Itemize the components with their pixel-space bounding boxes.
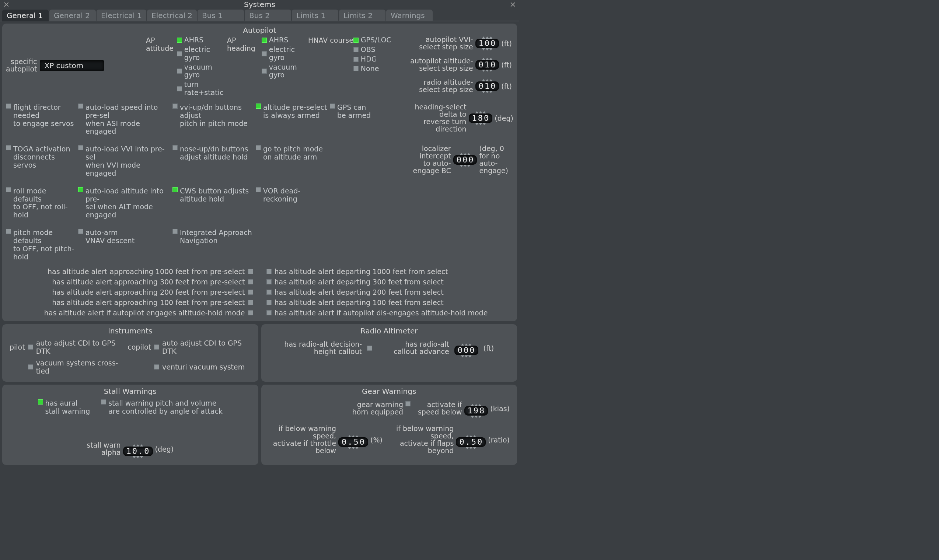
chevron-down-icon[interactable] — [133, 456, 136, 458]
close-icon[interactable]: × — [2, 0, 11, 9]
checkbox[interactable] — [172, 145, 178, 150]
chevron-down-icon[interactable] — [348, 447, 351, 449]
checkbox[interactable] — [101, 399, 106, 405]
checkbox[interactable] — [330, 103, 335, 109]
chevron-down-icon[interactable] — [463, 165, 467, 167]
number-spinner[interactable]: 198 — [464, 404, 488, 418]
checkbox[interactable] — [38, 399, 43, 405]
checkbox[interactable] — [248, 279, 253, 285]
checkbox[interactable] — [266, 279, 272, 285]
tab-general-2[interactable]: General 2 — [49, 9, 96, 22]
chevron-down-icon[interactable] — [485, 70, 489, 72]
chevron-down-icon[interactable] — [485, 91, 489, 93]
checkbox[interactable] — [266, 300, 272, 305]
checkbox[interactable] — [154, 365, 159, 369]
number-spinner[interactable]: 010 — [476, 79, 499, 93]
chevron-down-icon[interactable] — [468, 355, 472, 357]
chevron-down-icon[interactable] — [473, 447, 476, 449]
checkbox[interactable] — [28, 345, 33, 350]
checkbox[interactable] — [28, 365, 33, 369]
chevron-up-icon[interactable] — [489, 79, 493, 82]
checkbox[interactable] — [78, 145, 83, 150]
specific-autopilot-select[interactable]: XP custom — [40, 60, 104, 71]
checkbox[interactable] — [172, 187, 178, 192]
radio-option[interactable] — [353, 57, 359, 62]
chevron-down-icon[interactable] — [352, 447, 355, 449]
radio-option[interactable] — [353, 38, 359, 43]
chevron-up-icon[interactable] — [136, 444, 140, 446]
number-spinner[interactable]: 0.50 — [456, 435, 486, 449]
checkbox[interactable] — [266, 269, 272, 274]
chevron-up-icon[interactable] — [133, 444, 136, 446]
chevron-down-icon[interactable] — [482, 70, 485, 72]
checkbox[interactable] — [256, 103, 261, 109]
number-spinner[interactable]: 000 — [453, 153, 477, 167]
chevron-up-icon[interactable] — [355, 435, 359, 437]
checkbox[interactable] — [248, 289, 253, 295]
chevron-up-icon[interactable] — [348, 435, 351, 437]
chevron-up-icon[interactable] — [482, 111, 486, 114]
chevron-down-icon[interactable] — [136, 456, 140, 458]
number-spinner[interactable]: 10.0 — [123, 444, 153, 458]
checkbox[interactable] — [248, 310, 253, 315]
chevron-up-icon[interactable] — [467, 153, 471, 155]
chevron-up-icon[interactable] — [485, 58, 489, 60]
radio-option[interactable] — [177, 51, 182, 56]
chevron-down-icon[interactable] — [475, 123, 478, 125]
chevron-down-icon[interactable] — [478, 415, 481, 418]
checkbox[interactable] — [78, 229, 83, 234]
tab-limits-1[interactable]: Limits 1 — [292, 9, 338, 22]
chevron-up-icon[interactable] — [465, 435, 469, 437]
checkbox[interactable] — [6, 103, 11, 109]
close-icon[interactable]: × — [508, 0, 518, 9]
chevron-down-icon[interactable] — [485, 48, 489, 51]
tab-electrical-2[interactable]: Electrical 2 — [147, 9, 197, 22]
chevron-up-icon[interactable] — [140, 444, 143, 446]
chevron-down-icon[interactable] — [482, 123, 486, 125]
radio-option[interactable] — [177, 69, 182, 74]
tab-warnings[interactable]: Warnings — [386, 9, 433, 22]
radio-option[interactable] — [177, 38, 182, 43]
chevron-up-icon[interactable] — [482, 58, 485, 60]
checkbox[interactable] — [6, 187, 11, 192]
checkbox[interactable] — [256, 145, 261, 150]
chevron-up-icon[interactable] — [485, 37, 489, 39]
radio-option[interactable] — [177, 86, 182, 91]
chevron-up-icon[interactable] — [463, 153, 467, 155]
chevron-down-icon[interactable] — [474, 415, 477, 418]
chevron-up-icon[interactable] — [474, 404, 477, 406]
chevron-up-icon[interactable] — [489, 58, 493, 60]
chevron-up-icon[interactable] — [469, 435, 473, 437]
chevron-down-icon[interactable] — [465, 355, 468, 357]
chevron-down-icon[interactable] — [140, 456, 143, 458]
chevron-down-icon[interactable] — [467, 165, 471, 167]
checkbox[interactable] — [248, 269, 253, 274]
tab-electrical-1[interactable]: Electrical 1 — [97, 9, 146, 22]
chevron-up-icon[interactable] — [460, 153, 463, 155]
radio-option[interactable] — [353, 66, 359, 71]
radio-option[interactable] — [262, 69, 267, 74]
number-spinner[interactable]: 000 — [454, 343, 478, 357]
chevron-down-icon[interactable] — [489, 91, 493, 93]
number-spinner[interactable]: 100 — [476, 37, 499, 51]
chevron-up-icon[interactable] — [471, 404, 474, 406]
chevron-up-icon[interactable] — [461, 343, 464, 346]
checkbox[interactable] — [172, 229, 178, 234]
chevron-up-icon[interactable] — [489, 37, 493, 39]
chevron-down-icon[interactable] — [355, 447, 359, 449]
checkbox[interactable] — [367, 346, 372, 351]
radio-option[interactable] — [353, 47, 359, 52]
chevron-down-icon[interactable] — [471, 415, 474, 418]
chevron-up-icon[interactable] — [485, 79, 489, 82]
chevron-up-icon[interactable] — [468, 343, 472, 346]
tab-general-1[interactable]: General 1 — [2, 9, 49, 22]
chevron-up-icon[interactable] — [352, 435, 355, 437]
chevron-up-icon[interactable] — [482, 79, 485, 82]
chevron-down-icon[interactable] — [460, 165, 463, 167]
chevron-up-icon[interactable] — [473, 435, 476, 437]
number-spinner[interactable]: 180 — [469, 111, 493, 125]
chevron-down-icon[interactable] — [482, 91, 485, 93]
chevron-down-icon[interactable] — [465, 447, 469, 449]
checkbox[interactable] — [6, 145, 11, 150]
tab-bus-2[interactable]: Bus 2 — [245, 9, 291, 22]
